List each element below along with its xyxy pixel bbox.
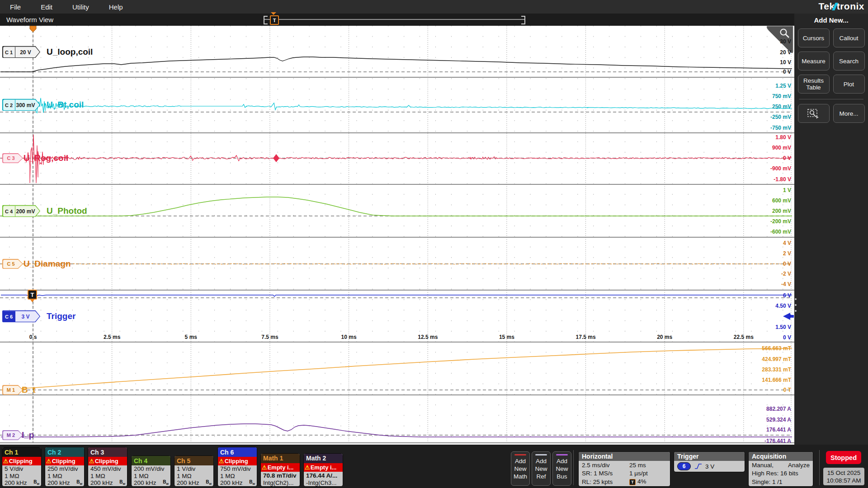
scale-label: 1.80 V [775,134,791,141]
warning-text: Clipping [52,458,75,465]
horizontal-panel-title: Horizontal [579,452,670,461]
bandwidth-icon: Bw [119,479,127,486]
stopped-status-button[interactable]: Stopped [826,451,861,464]
menu-item-help[interactable]: Help [109,3,123,11]
channel-badge-c2[interactable]: C 2300 mV [2,99,40,111]
badge-header: Ch 2 [45,447,84,457]
tektronix-logo: Tek tronix [819,1,864,12]
horizontal-row: 2.5 ms/div25 ms [579,461,670,469]
date-text: 15 Oct 2025 [827,469,861,477]
acquisition-analyze: Analyze [788,462,810,469]
warning-icon: ⚠ [305,464,310,471]
time-axis-label: 17.5 ms [576,334,596,340]
time-axis-label: 10 ms [341,334,357,340]
scale-label: 1.50 V [775,324,791,330]
menu-item-edit[interactable]: Edit [41,3,52,11]
timebase-position-bar[interactable]: T [264,14,525,26]
badge-row: 200 mV/div [132,465,170,472]
channel-settings-badge-math1[interactable]: Math 1⚠Empty i...70.8 mT/divIntg(Ch2)... [261,454,300,486]
menu-item-utility[interactable]: Utility [72,3,89,11]
waveform-label-c1: U_loop,coil [47,47,93,57]
badge-row: 1 V/div [175,465,213,472]
scale-label: 750 mV [772,93,791,99]
clipping-warning: ⚠Clipping [2,457,41,465]
zoom-select-button[interactable] [798,104,830,123]
channel-badge-c5[interactable]: C 5 [2,259,23,269]
panel-drag-handle[interactable] [795,298,797,312]
warning-icon: ⚠ [89,458,94,465]
channel-badge-m1[interactable]: M 1 [2,385,23,395]
timebase-trigger-triangle-icon [271,12,276,15]
channel-badge-id: C 4 [3,206,15,216]
acquisition-panel[interactable]: Acquisition Manual, Analyze High Res: 16… [749,452,813,486]
channel-badge-m2[interactable]: M 2 [2,430,23,440]
scale-label: 882.207 A [766,406,791,412]
warning-text: Clipping [95,458,118,465]
scale-label: 529.324 A [766,417,791,423]
scale-label: -600 mV [770,229,791,235]
add-new-math-button[interactable]: AddNewMath [511,451,530,486]
badge-row: 750 mV/div [218,465,257,472]
channel-badge-scale: 200 mV [15,208,40,214]
badge-row: 1 MΩ [132,472,170,479]
oscilloscope-app: FileEditUtilityHelp Tek tronix Waveform … [0,0,868,488]
badge-color-line [535,454,547,455]
trace-ch1 [1,57,792,72]
channel-badge-c4[interactable]: C 4200 mV [2,205,40,217]
badge-row: 1 MΩ [88,472,127,479]
timebase-bar-line [264,19,525,20]
trigger-panel[interactable]: Trigger 6 3 V [674,452,745,472]
channel-badge-c6[interactable]: C 63 V [2,310,40,323]
horizontal-cell: SR: 1 MS/s [582,470,613,477]
channel-settings-badge-ch6[interactable]: Ch 6⚠Clipping750 mV/div1 MΩ200 kHzBw [218,447,257,486]
results-table-button[interactable]: Results Table [798,75,830,94]
scale-label: -900 mV [770,165,791,172]
clipping-warning: ⚠Empty i... [304,463,343,472]
horizontal-panel[interactable]: Horizontal 2.5 ms/div25 msSR: 1 MS/s1 µs… [579,452,670,486]
channel-badge-c1[interactable]: C 120 V [2,46,40,58]
channel-badge-c3[interactable]: C 3 [2,153,23,163]
channel-settings-badge-ch5[interactable]: Ch 51 V/div1 MΩ200 kHzBw [175,456,213,486]
horizontal-row: RL: 25 kptsT4% [579,478,670,486]
channel-settings-badge-ch3[interactable]: Ch 3⚠Clipping450 mV/div1 MΩ200 kHzBw [88,447,127,486]
waveform-graticule[interactable]: T 30 V20 V10 V0 V1.25 V750 mV250 mV-250 … [0,26,794,445]
badge-row: 70.8 mT/div [261,472,300,479]
timebase-trigger-marker-icon[interactable]: T [270,15,279,25]
channel-badge-scale: 20 V [15,49,40,55]
horizontal-cell: 25 ms [629,462,646,469]
channel-settings-badge-ch1[interactable]: Ch 1⚠Clipping5 V/div1 MΩ200 kHzBw [2,447,41,486]
horizontal-cell: RL: 25 kpts [582,479,613,485]
warning-text: Empty i... [311,464,337,471]
more-button[interactable]: More... [833,104,865,123]
plot-button[interactable]: Plot [833,75,865,94]
scale-label: 200 mV [772,208,791,214]
trigger-position-icon: T [629,479,636,485]
measure-button[interactable]: Measure [798,52,830,70]
channel-settings-badge-ch4[interactable]: Ch 4200 mV/div1 MΩ200 kHzBw [132,456,170,486]
bandwidth-icon: Bw [76,479,84,486]
horizontal-value: 25 ms [629,462,646,469]
menu-item-file[interactable]: File [10,3,21,11]
badge-row: 250 mV/div [45,465,84,472]
cursors-button[interactable]: Cursors [798,28,830,47]
scale-label: 2 V [783,250,791,257]
bandwidth-icon: Bw [33,479,41,486]
badge-row: 200 kHzBw [218,479,257,486]
badge-row: 200 kHzBw [175,479,213,486]
channel-badge-id: C 2 [3,99,15,110]
add-new-bus-button[interactable]: AddNewBus [552,451,571,486]
horizontal-value: 4% [637,478,646,485]
add-new-ref-button[interactable]: AddNewRef [532,451,551,486]
channel-badge-id: C 1 [3,47,15,57]
add-new-button-grid: CursorsCalloutMeasureSearchResults Table… [794,28,868,94]
scale-label: 141.666 mT [762,377,791,383]
search-button[interactable]: Search [833,52,865,70]
channel-settings-badge-ch2[interactable]: Ch 2⚠Clipping250 mV/div1 MΩ200 kHzBw [45,447,84,486]
bandwidth-icon: Bw [249,479,257,486]
warning-text: Clipping [225,458,248,465]
menu-items: FileEditUtilityHelp [0,3,123,11]
callout-button[interactable]: Callout [833,28,865,47]
badge-row: 1 MΩ [218,472,257,479]
channel-settings-badge-math2[interactable]: Math 2⚠Empty i...176.44 A/...-Intg(Ch3..… [304,454,343,486]
scale-label: 176.441 A [766,427,791,433]
